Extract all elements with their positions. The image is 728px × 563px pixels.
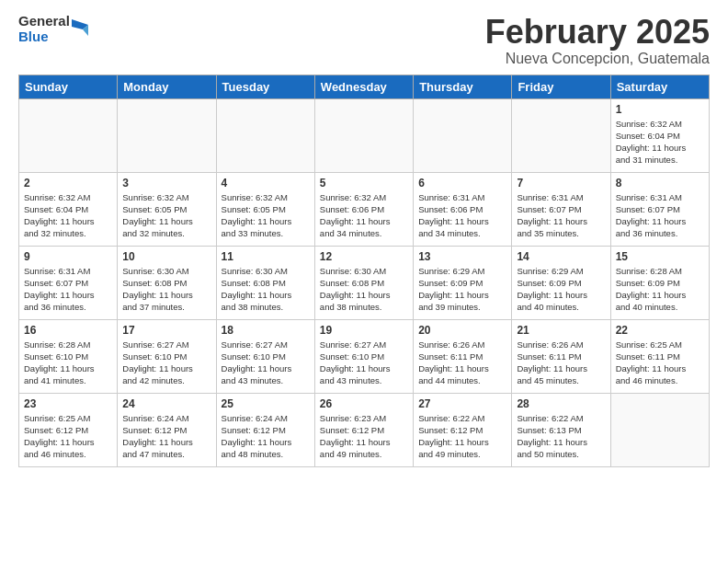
logo-blue: Blue — [18, 29, 70, 45]
day-number: 6 — [418, 177, 506, 190]
calendar-cell: 14Sunrise: 6:29 AMSunset: 6:09 PMDayligh… — [512, 246, 610, 319]
calendar-cell: 16Sunrise: 6:28 AMSunset: 6:10 PMDayligh… — [19, 319, 118, 393]
day-number: 3 — [122, 177, 210, 190]
day-number: 24 — [122, 397, 210, 410]
calendar-week-row: 9Sunrise: 6:31 AMSunset: 6:07 PMDaylight… — [19, 246, 710, 319]
day-number: 13 — [418, 250, 506, 263]
day-number: 2 — [24, 177, 112, 190]
calendar-week-row: 2Sunrise: 6:32 AMSunset: 6:04 PMDaylight… — [19, 172, 710, 246]
weekday-header: Wednesday — [314, 75, 413, 98]
logo: General Blue — [18, 14, 88, 44]
calendar-cell: 24Sunrise: 6:24 AMSunset: 6:12 PMDayligh… — [118, 393, 216, 466]
day-number: 26 — [320, 397, 408, 410]
day-number: 14 — [517, 250, 605, 263]
calendar-cell — [610, 393, 709, 466]
calendar-cell: 6Sunrise: 6:31 AMSunset: 6:06 PMDaylight… — [414, 172, 512, 246]
calendar-cell — [414, 98, 512, 172]
day-number: 11 — [222, 250, 310, 263]
page: General Blue February 2025 Nueva Concepc… — [0, 0, 728, 563]
logo-general: General — [18, 14, 70, 29]
day-info: Sunrise: 6:32 AMSunset: 6:06 PMDaylight:… — [320, 191, 408, 240]
calendar-cell: 21Sunrise: 6:26 AMSunset: 6:11 PMDayligh… — [512, 319, 610, 393]
calendar-cell: 23Sunrise: 6:25 AMSunset: 6:12 PMDayligh… — [19, 393, 118, 466]
day-info: Sunrise: 6:32 AMSunset: 6:04 PMDaylight:… — [24, 191, 112, 240]
calendar-cell: 18Sunrise: 6:27 AMSunset: 6:10 PMDayligh… — [216, 319, 314, 393]
day-info: Sunrise: 6:26 AMSunset: 6:11 PMDaylight:… — [418, 339, 506, 387]
day-number: 12 — [320, 250, 408, 263]
calendar-cell: 7Sunrise: 6:31 AMSunset: 6:07 PMDaylight… — [512, 172, 610, 246]
day-info: Sunrise: 6:27 AMSunset: 6:10 PMDaylight:… — [222, 339, 310, 387]
day-info: Sunrise: 6:25 AMSunset: 6:12 PMDaylight:… — [24, 412, 112, 461]
day-info: Sunrise: 6:24 AMSunset: 6:12 PMDaylight:… — [122, 412, 210, 461]
day-info: Sunrise: 6:26 AMSunset: 6:11 PMDaylight:… — [517, 339, 605, 387]
day-info: Sunrise: 6:31 AMSunset: 6:07 PMDaylight:… — [616, 191, 704, 240]
day-info: Sunrise: 6:31 AMSunset: 6:07 PMDaylight:… — [517, 191, 605, 240]
day-info: Sunrise: 6:25 AMSunset: 6:11 PMDaylight:… — [616, 339, 704, 387]
calendar-cell: 15Sunrise: 6:28 AMSunset: 6:09 PMDayligh… — [610, 246, 709, 319]
day-number: 5 — [320, 177, 408, 190]
day-info: Sunrise: 6:29 AMSunset: 6:09 PMDaylight:… — [418, 265, 506, 314]
day-number: 16 — [24, 324, 112, 337]
day-info: Sunrise: 6:27 AMSunset: 6:10 PMDaylight:… — [122, 339, 210, 387]
day-info: Sunrise: 6:32 AMSunset: 6:05 PMDaylight:… — [122, 191, 210, 240]
calendar-title: February 2025 — [485, 14, 710, 51]
logo-bird-icon — [72, 19, 88, 40]
calendar-cell — [19, 98, 118, 172]
weekday-header: Sunday — [19, 75, 118, 98]
day-number: 22 — [616, 324, 704, 337]
day-number: 27 — [418, 397, 506, 410]
day-info: Sunrise: 6:28 AMSunset: 6:09 PMDaylight:… — [616, 265, 704, 314]
day-info: Sunrise: 6:29 AMSunset: 6:09 PMDaylight:… — [517, 265, 605, 314]
calendar-cell — [118, 98, 216, 172]
day-info: Sunrise: 6:27 AMSunset: 6:10 PMDaylight:… — [320, 339, 408, 387]
calendar-cell: 3Sunrise: 6:32 AMSunset: 6:05 PMDaylight… — [118, 172, 216, 246]
day-number: 9 — [24, 250, 112, 263]
calendar-cell: 10Sunrise: 6:30 AMSunset: 6:08 PMDayligh… — [118, 246, 216, 319]
day-number: 25 — [222, 397, 310, 410]
day-number: 1 — [616, 103, 704, 116]
calendar-cell: 12Sunrise: 6:30 AMSunset: 6:08 PMDayligh… — [314, 246, 413, 319]
day-number: 23 — [24, 397, 112, 410]
day-number: 17 — [122, 324, 210, 337]
weekday-header: Monday — [118, 75, 216, 98]
calendar-cell — [512, 98, 610, 172]
calendar-cell: 26Sunrise: 6:23 AMSunset: 6:12 PMDayligh… — [314, 393, 413, 466]
day-number: 15 — [616, 250, 704, 263]
calendar-week-row: 23Sunrise: 6:25 AMSunset: 6:12 PMDayligh… — [19, 393, 710, 466]
calendar-table: SundayMondayTuesdayWednesdayThursdayFrid… — [18, 75, 710, 467]
calendar-cell: 27Sunrise: 6:22 AMSunset: 6:12 PMDayligh… — [414, 393, 512, 466]
weekday-header: Saturday — [610, 75, 709, 98]
calendar-cell: 1Sunrise: 6:32 AMSunset: 6:04 PMDaylight… — [610, 98, 709, 172]
day-number: 20 — [418, 324, 506, 337]
calendar-cell: 8Sunrise: 6:31 AMSunset: 6:07 PMDaylight… — [610, 172, 709, 246]
day-number: 10 — [122, 250, 210, 263]
title-area: February 2025 Nueva Concepcion, Guatemal… — [485, 14, 710, 67]
day-info: Sunrise: 6:24 AMSunset: 6:12 PMDaylight:… — [222, 412, 310, 461]
calendar-cell: 2Sunrise: 6:32 AMSunset: 6:04 PMDaylight… — [19, 172, 118, 246]
day-info: Sunrise: 6:32 AMSunset: 6:04 PMDaylight:… — [616, 118, 704, 167]
day-number: 4 — [222, 177, 310, 190]
day-number: 7 — [517, 177, 605, 190]
calendar-week-row: 1Sunrise: 6:32 AMSunset: 6:04 PMDaylight… — [19, 98, 710, 172]
day-info: Sunrise: 6:32 AMSunset: 6:05 PMDaylight:… — [222, 191, 310, 240]
calendar-cell — [216, 98, 314, 172]
calendar-cell: 25Sunrise: 6:24 AMSunset: 6:12 PMDayligh… — [216, 393, 314, 466]
weekday-header: Tuesday — [216, 75, 314, 98]
day-info: Sunrise: 6:30 AMSunset: 6:08 PMDaylight:… — [122, 265, 210, 314]
day-info: Sunrise: 6:31 AMSunset: 6:06 PMDaylight:… — [418, 191, 506, 240]
header: General Blue February 2025 Nueva Concepc… — [18, 14, 710, 67]
calendar-cell: 5Sunrise: 6:32 AMSunset: 6:06 PMDaylight… — [314, 172, 413, 246]
day-info: Sunrise: 6:23 AMSunset: 6:12 PMDaylight:… — [320, 412, 408, 461]
calendar-cell: 13Sunrise: 6:29 AMSunset: 6:09 PMDayligh… — [414, 246, 512, 319]
calendar-cell: 28Sunrise: 6:22 AMSunset: 6:13 PMDayligh… — [512, 393, 610, 466]
day-number: 21 — [517, 324, 605, 337]
day-number: 28 — [517, 397, 605, 410]
day-info: Sunrise: 6:28 AMSunset: 6:10 PMDaylight:… — [24, 339, 112, 387]
weekday-header-row: SundayMondayTuesdayWednesdayThursdayFrid… — [19, 75, 710, 98]
calendar-cell: 17Sunrise: 6:27 AMSunset: 6:10 PMDayligh… — [118, 319, 216, 393]
day-number: 8 — [616, 177, 704, 190]
day-info: Sunrise: 6:31 AMSunset: 6:07 PMDaylight:… — [24, 265, 112, 314]
weekday-header: Friday — [512, 75, 610, 98]
day-info: Sunrise: 6:30 AMSunset: 6:08 PMDaylight:… — [222, 265, 310, 314]
day-info: Sunrise: 6:22 AMSunset: 6:13 PMDaylight:… — [517, 412, 605, 461]
